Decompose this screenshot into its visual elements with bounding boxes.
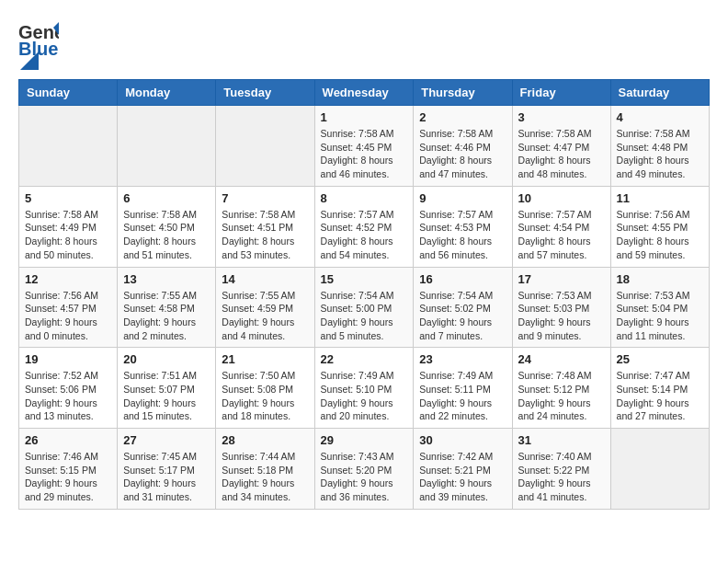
day-number: 10 bbox=[518, 191, 605, 205]
day-info: Sunrise: 7:47 AM Sunset: 5:14 PM Dayligh… bbox=[617, 369, 703, 423]
day-number: 14 bbox=[222, 272, 308, 286]
day-info: Sunrise: 7:58 AM Sunset: 4:49 PM Dayligh… bbox=[25, 208, 111, 262]
calendar-week-row: 5Sunrise: 7:58 AM Sunset: 4:49 PM Daylig… bbox=[19, 186, 710, 267]
day-number: 16 bbox=[419, 272, 506, 286]
day-info: Sunrise: 7:57 AM Sunset: 4:53 PM Dayligh… bbox=[419, 208, 506, 262]
day-info: Sunrise: 7:46 AM Sunset: 5:15 PM Dayligh… bbox=[25, 450, 111, 504]
header: General Blue bbox=[18, 18, 710, 64]
day-number: 25 bbox=[617, 352, 703, 366]
day-info: Sunrise: 7:50 AM Sunset: 5:08 PM Dayligh… bbox=[222, 369, 308, 423]
day-info: Sunrise: 7:51 AM Sunset: 5:07 PM Dayligh… bbox=[123, 369, 210, 423]
calendar-cell: 27Sunrise: 7:45 AM Sunset: 5:17 PM Dayli… bbox=[118, 429, 216, 510]
day-info: Sunrise: 7:49 AM Sunset: 5:11 PM Dayligh… bbox=[419, 369, 506, 423]
day-number: 29 bbox=[321, 433, 408, 447]
day-number: 4 bbox=[617, 110, 703, 124]
day-number: 3 bbox=[518, 110, 605, 124]
calendar: SundayMondayTuesdayWednesdayThursdayFrid… bbox=[18, 79, 710, 510]
day-info: Sunrise: 7:58 AM Sunset: 4:47 PM Dayligh… bbox=[518, 127, 605, 181]
day-number: 18 bbox=[617, 272, 703, 286]
calendar-cell bbox=[118, 106, 216, 187]
day-number: 12 bbox=[25, 272, 111, 286]
calendar-cell: 17Sunrise: 7:53 AM Sunset: 5:03 PM Dayli… bbox=[512, 267, 610, 348]
calendar-cell bbox=[19, 106, 118, 187]
day-info: Sunrise: 7:44 AM Sunset: 5:18 PM Dayligh… bbox=[222, 450, 308, 504]
logo: General Blue bbox=[18, 18, 59, 64]
day-info: Sunrise: 7:40 AM Sunset: 5:22 PM Dayligh… bbox=[518, 450, 605, 504]
day-number: 26 bbox=[25, 433, 111, 447]
day-info: Sunrise: 7:43 AM Sunset: 5:20 PM Dayligh… bbox=[321, 450, 408, 504]
day-number: 13 bbox=[123, 272, 210, 286]
day-info: Sunrise: 7:56 AM Sunset: 4:57 PM Dayligh… bbox=[25, 289, 111, 343]
day-info: Sunrise: 7:53 AM Sunset: 5:03 PM Dayligh… bbox=[518, 289, 605, 343]
day-number: 15 bbox=[321, 272, 408, 286]
calendar-week-row: 12Sunrise: 7:56 AM Sunset: 4:57 PM Dayli… bbox=[19, 267, 710, 348]
calendar-cell: 19Sunrise: 7:52 AM Sunset: 5:06 PM Dayli… bbox=[19, 348, 118, 429]
day-number: 24 bbox=[518, 352, 605, 366]
day-info: Sunrise: 7:45 AM Sunset: 5:17 PM Dayligh… bbox=[123, 450, 210, 504]
day-info: Sunrise: 7:57 AM Sunset: 4:54 PM Dayligh… bbox=[518, 208, 605, 262]
day-number: 1 bbox=[321, 110, 408, 124]
weekday-header: Monday bbox=[118, 80, 216, 106]
day-number: 19 bbox=[25, 352, 111, 366]
day-number: 31 bbox=[518, 433, 605, 447]
calendar-cell: 7Sunrise: 7:58 AM Sunset: 4:51 PM Daylig… bbox=[216, 186, 314, 267]
calendar-cell: 20Sunrise: 7:51 AM Sunset: 5:07 PM Dayli… bbox=[118, 348, 216, 429]
day-info: Sunrise: 7:58 AM Sunset: 4:46 PM Dayligh… bbox=[419, 127, 506, 181]
day-info: Sunrise: 7:56 AM Sunset: 4:55 PM Dayligh… bbox=[617, 208, 703, 262]
day-number: 23 bbox=[419, 352, 506, 366]
day-number: 21 bbox=[222, 352, 308, 366]
calendar-cell: 9Sunrise: 7:57 AM Sunset: 4:53 PM Daylig… bbox=[414, 186, 512, 267]
weekday-header: Saturday bbox=[610, 80, 709, 106]
calendar-cell: 14Sunrise: 7:55 AM Sunset: 4:59 PM Dayli… bbox=[216, 267, 314, 348]
calendar-cell: 30Sunrise: 7:42 AM Sunset: 5:21 PM Dayli… bbox=[414, 429, 512, 510]
svg-marker-3 bbox=[20, 52, 39, 70]
calendar-cell: 11Sunrise: 7:56 AM Sunset: 4:55 PM Dayli… bbox=[610, 186, 709, 267]
day-number: 27 bbox=[123, 433, 210, 447]
day-number: 17 bbox=[518, 272, 605, 286]
calendar-cell: 1Sunrise: 7:58 AM Sunset: 4:45 PM Daylig… bbox=[314, 106, 414, 187]
day-info: Sunrise: 7:55 AM Sunset: 4:59 PM Dayligh… bbox=[222, 289, 308, 343]
calendar-week-row: 19Sunrise: 7:52 AM Sunset: 5:06 PM Dayli… bbox=[19, 348, 710, 429]
day-number: 2 bbox=[419, 110, 506, 124]
day-number: 30 bbox=[419, 433, 506, 447]
calendar-cell: 6Sunrise: 7:58 AM Sunset: 4:50 PM Daylig… bbox=[118, 186, 216, 267]
calendar-week-row: 1Sunrise: 7:58 AM Sunset: 4:45 PM Daylig… bbox=[19, 106, 710, 187]
calendar-cell: 28Sunrise: 7:44 AM Sunset: 5:18 PM Dayli… bbox=[216, 429, 314, 510]
day-info: Sunrise: 7:57 AM Sunset: 4:52 PM Dayligh… bbox=[321, 208, 408, 262]
calendar-cell: 22Sunrise: 7:49 AM Sunset: 5:10 PM Dayli… bbox=[314, 348, 414, 429]
calendar-cell bbox=[216, 106, 314, 187]
weekday-header: Friday bbox=[512, 80, 610, 106]
calendar-cell: 21Sunrise: 7:50 AM Sunset: 5:08 PM Dayli… bbox=[216, 348, 314, 429]
weekday-header: Tuesday bbox=[216, 80, 314, 106]
calendar-cell: 25Sunrise: 7:47 AM Sunset: 5:14 PM Dayli… bbox=[610, 348, 709, 429]
day-number: 11 bbox=[617, 191, 703, 205]
calendar-cell: 31Sunrise: 7:40 AM Sunset: 5:22 PM Dayli… bbox=[512, 429, 610, 510]
calendar-cell: 4Sunrise: 7:58 AM Sunset: 4:48 PM Daylig… bbox=[610, 106, 709, 187]
calendar-cell: 13Sunrise: 7:55 AM Sunset: 4:58 PM Dayli… bbox=[118, 267, 216, 348]
calendar-cell: 2Sunrise: 7:58 AM Sunset: 4:46 PM Daylig… bbox=[414, 106, 512, 187]
calendar-body: 1Sunrise: 7:58 AM Sunset: 4:45 PM Daylig… bbox=[19, 106, 710, 510]
calendar-cell: 3Sunrise: 7:58 AM Sunset: 4:47 PM Daylig… bbox=[512, 106, 610, 187]
calendar-cell: 18Sunrise: 7:53 AM Sunset: 5:04 PM Dayli… bbox=[610, 267, 709, 348]
day-number: 7 bbox=[222, 191, 308, 205]
calendar-week-row: 26Sunrise: 7:46 AM Sunset: 5:15 PM Dayli… bbox=[19, 429, 710, 510]
calendar-cell: 16Sunrise: 7:54 AM Sunset: 5:02 PM Dayli… bbox=[414, 267, 512, 348]
day-number: 6 bbox=[123, 191, 210, 205]
calendar-header-row: SundayMondayTuesdayWednesdayThursdayFrid… bbox=[19, 80, 710, 106]
weekday-header: Thursday bbox=[414, 80, 512, 106]
day-info: Sunrise: 7:54 AM Sunset: 5:02 PM Dayligh… bbox=[419, 289, 506, 343]
day-info: Sunrise: 7:58 AM Sunset: 4:51 PM Dayligh… bbox=[222, 208, 308, 262]
day-number: 9 bbox=[419, 191, 506, 205]
day-info: Sunrise: 7:42 AM Sunset: 5:21 PM Dayligh… bbox=[419, 450, 506, 504]
day-number: 5 bbox=[25, 191, 111, 205]
calendar-cell: 15Sunrise: 7:54 AM Sunset: 5:00 PM Dayli… bbox=[314, 267, 414, 348]
calendar-cell: 12Sunrise: 7:56 AM Sunset: 4:57 PM Dayli… bbox=[19, 267, 118, 348]
day-number: 22 bbox=[321, 352, 408, 366]
logo-triangle-icon bbox=[20, 52, 39, 70]
day-info: Sunrise: 7:53 AM Sunset: 5:04 PM Dayligh… bbox=[617, 289, 703, 343]
weekday-header: Sunday bbox=[19, 80, 118, 106]
calendar-cell bbox=[610, 429, 709, 510]
day-number: 28 bbox=[222, 433, 308, 447]
day-info: Sunrise: 7:58 AM Sunset: 4:48 PM Dayligh… bbox=[617, 127, 703, 181]
weekday-header: Wednesday bbox=[314, 80, 414, 106]
